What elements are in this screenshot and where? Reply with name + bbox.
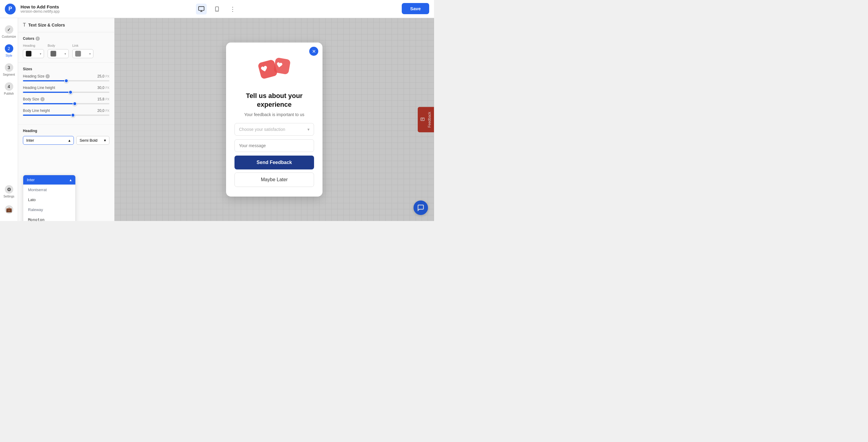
svg-rect-0 <box>198 6 204 10</box>
sidebar-item-style[interactable]: 2 Style <box>2 42 16 60</box>
topbar: P How to Add Fonts version-demo.netlify.… <box>0 0 434 18</box>
svg-point-3 <box>201 10 202 11</box>
style-icon: 2 <box>5 44 13 53</box>
modal-illustration <box>256 52 292 87</box>
sizes-label: Sizes <box>23 67 110 71</box>
font-weight-value: Semi Bold <box>80 138 97 143</box>
font-option-raleway[interactable]: Raleway <box>23 205 75 215</box>
body-size-row: Body Size i 15,8 PX <box>23 97 110 104</box>
mobile-view-btn[interactable] <box>212 4 222 14</box>
more-options-btn[interactable]: ⋮ <box>227 4 238 14</box>
font-select-chevron-up: ▴ <box>68 138 70 143</box>
mobile-icon <box>214 6 220 12</box>
maybe-later-button[interactable]: Maybe Later <box>235 173 314 187</box>
sidebar-item-briefcase[interactable]: 💼 <box>2 203 16 216</box>
sizes-section: Sizes Heading Size i 25,0 PX H <box>18 63 114 124</box>
monitor-icon <box>198 6 205 12</box>
heading-size-slider[interactable] <box>23 80 110 81</box>
heading-color-swatch <box>26 51 32 57</box>
link-color-chevron: ▾ <box>89 52 91 56</box>
view-switcher: ⋮ <box>196 4 238 14</box>
link-color-group: Link ▾ <box>72 44 93 58</box>
satisfaction-placeholder: Choose your satisfaction <box>239 127 285 132</box>
satisfaction-chevron: ▾ <box>307 127 310 132</box>
modal-title: Tell us about your experience <box>235 92 314 109</box>
more-icon: ⋮ <box>230 5 236 13</box>
body-color-chevron: ▾ <box>64 52 66 56</box>
font-dropdown-chevron-up: ▴ <box>70 178 72 182</box>
font-family-dropdown: Inter ▴ Montserrat Lato Raleway Monoton … <box>23 175 76 221</box>
panel-icon: T <box>23 22 26 28</box>
satisfaction-select[interactable]: Choose your satisfaction ▾ <box>235 123 314 136</box>
link-color-picker[interactable]: ▾ <box>72 49 93 58</box>
body-color-label: Body <box>48 44 69 47</box>
heading-line-height-slider[interactable] <box>23 92 110 93</box>
heading-font-row: Inter ▴ Semi Bold ▾ <box>23 136 110 145</box>
heading-size-row: Heading Size i 25,0 PX <box>23 74 110 81</box>
segment-label: Segment <box>3 73 15 76</box>
body-line-height-value: 20,0 PX <box>97 109 110 113</box>
body-line-height-row: Body Line height 20,0 PX <box>23 109 110 116</box>
sidebar-item-publish[interactable]: 4 Publish <box>2 80 16 98</box>
heading-line-height-row: Heading Line height 30,0 PX <box>23 86 110 93</box>
settings-label: Settings <box>3 195 14 198</box>
svg-rect-10 <box>273 57 291 75</box>
body-color-group: Body ▾ <box>48 44 69 58</box>
panel-title: Text Size & Colors <box>28 23 65 27</box>
colors-section: Colors i Heading ▾ Body ▾ Link <box>18 32 114 63</box>
modal-subtitle: Your feedback is important to us <box>244 112 304 117</box>
send-feedback-button[interactable]: Send Feedback <box>235 155 314 170</box>
heading-size-label: Heading Size i <box>23 74 50 79</box>
message-input[interactable] <box>235 139 314 152</box>
font-option-lato[interactable]: Lato <box>23 195 75 205</box>
body-color-swatch <box>50 51 56 57</box>
colors-info-icon[interactable]: i <box>36 36 40 41</box>
font-family-select[interactable]: Inter ▴ <box>23 136 74 145</box>
app-logo[interactable]: P <box>5 4 16 14</box>
font-option-monoton[interactable]: Monoton <box>23 215 75 221</box>
close-icon: ✕ <box>312 49 316 54</box>
sidebar-item-segment[interactable]: 3 Segment <box>2 61 16 79</box>
canvas-area: Feedback ✕ <box>115 18 434 221</box>
body-size-info[interactable]: i <box>40 97 44 101</box>
sidebar-item-customize[interactable]: ✓ Customize <box>2 23 16 41</box>
left-sidebar: ✓ Customize 2 Style 3 Segment 4 Publish … <box>0 18 18 221</box>
link-color-swatch <box>75 51 81 57</box>
colors-label: Colors i <box>23 36 110 41</box>
heading-color-chevron: ▾ <box>40 52 41 56</box>
body-size-slider[interactable] <box>23 103 110 104</box>
font-weight-select[interactable]: Semi Bold ▾ <box>76 136 110 145</box>
hearts-illustration <box>256 52 292 82</box>
font-option-montserrat[interactable]: Montserrat <box>23 185 75 195</box>
body-size-label: Body Size i <box>23 97 44 101</box>
canvas-bg: Feedback ✕ <box>115 18 434 221</box>
publish-icon: 4 <box>5 82 13 91</box>
modal-backdrop[interactable]: ✕ <box>115 18 434 221</box>
heading-line-height-value: 30,0 PX <box>97 86 110 90</box>
customize-label: Customize <box>2 35 16 38</box>
heading-size-value: 25,0 PX <box>97 74 110 79</box>
font-dropdown-header: Inter ▴ <box>23 175 75 185</box>
heading-color-group: Heading ▾ <box>23 44 44 58</box>
briefcase-icon: 💼 <box>5 205 13 214</box>
link-color-label: Link <box>72 44 93 47</box>
body-color-picker[interactable]: ▾ <box>48 49 69 58</box>
color-row: Heading ▾ Body ▾ Link ▾ <box>23 44 110 58</box>
heading-line-height-label: Heading Line height <box>23 86 55 90</box>
sidebar-bottom: ⚙ Settings 💼 <box>2 183 16 216</box>
sidebar-item-settings[interactable]: ⚙ Settings <box>2 183 16 201</box>
customize-icon: ✓ <box>5 25 13 34</box>
panel-header: T Text Size & Colors <box>18 18 114 32</box>
heading-color-label: Heading <box>23 44 44 47</box>
font-weight-chevron: ▾ <box>104 138 106 143</box>
segment-icon: 3 <box>5 63 13 72</box>
heading-color-picker[interactable]: ▾ <box>23 49 44 58</box>
heading-size-info[interactable]: i <box>45 74 50 79</box>
save-button[interactable]: Save <box>402 3 429 14</box>
desktop-view-btn[interactable] <box>196 4 207 14</box>
body-size-value: 15,8 PX <box>97 97 110 101</box>
heading-font-label: Heading <box>23 129 110 133</box>
modal-close-button[interactable]: ✕ <box>309 47 318 56</box>
body-line-height-slider[interactable] <box>23 115 110 116</box>
font-dropdown-current: Inter <box>27 178 35 182</box>
